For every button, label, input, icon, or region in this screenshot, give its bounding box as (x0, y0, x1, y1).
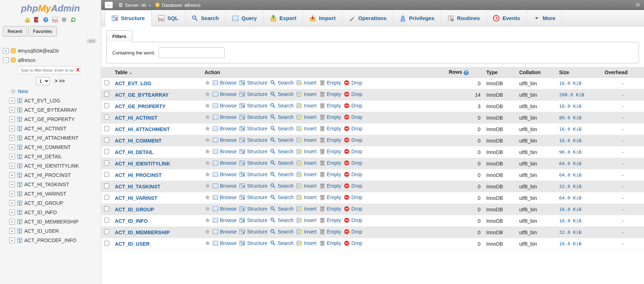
expand-toggle[interactable]: + (3, 48, 9, 54)
row-checkbox[interactable] (104, 195, 109, 200)
drop-action[interactable]: Drop (344, 194, 362, 200)
structure-action[interactable]: Structure (239, 172, 267, 177)
favorite-star-icon[interactable] (205, 80, 210, 86)
tab-operations[interactable]: Operations (342, 10, 393, 26)
containing-word-input[interactable] (158, 47, 225, 58)
row-checkbox[interactable] (104, 229, 109, 234)
row-checkbox[interactable] (104, 138, 109, 143)
expand-toggle[interactable]: + (9, 182, 15, 187)
insert-action[interactable]: Insert (297, 137, 317, 143)
browse-action[interactable]: Browse (213, 126, 237, 131)
row-checkbox[interactable] (104, 183, 109, 188)
col-type[interactable]: Type (483, 67, 516, 78)
tab-search[interactable]: Search (185, 10, 226, 26)
row-checkbox[interactable] (104, 115, 109, 120)
browse-action[interactable]: Browse (213, 160, 237, 166)
favorite-star-icon[interactable] (205, 194, 210, 200)
insert-action[interactable]: Insert (297, 217, 317, 223)
empty-action[interactable]: Empty (319, 160, 341, 166)
browse-action[interactable]: Browse (213, 172, 237, 177)
tree-page-select[interactable]: 1 (36, 77, 50, 85)
table-node[interactable]: ACT_HI_ATTACHMENT (24, 135, 78, 141)
search-action[interactable]: Search (270, 160, 293, 166)
table-node[interactable]: ACT_HI_DETAIL (24, 154, 62, 159)
clear-filter-icon[interactable]: X (76, 67, 79, 73)
favorite-star-icon[interactable] (205, 126, 210, 131)
favorite-star-icon[interactable] (205, 160, 210, 166)
table-node[interactable]: ACT_HI_COMMENT (24, 144, 71, 150)
favorite-star-icon[interactable] (205, 172, 210, 177)
table-name-link[interactable]: ACT_HI_IDENTITYLINK (115, 161, 170, 167)
row-checkbox[interactable] (104, 149, 109, 154)
db-node[interactable]: #mysql50#@eaDir (18, 48, 59, 54)
row-checkbox[interactable] (104, 172, 109, 177)
table-name-link[interactable]: ACT_HI_DETAIL (115, 149, 153, 155)
search-action[interactable]: Search (270, 206, 293, 212)
expand-toggle[interactable]: + (9, 154, 15, 159)
insert-action[interactable]: Insert (297, 80, 317, 86)
search-action[interactable]: Search (270, 229, 293, 235)
settings-icon[interactable] (61, 17, 67, 23)
home-icon[interactable] (24, 17, 31, 23)
favorite-star-icon[interactable] (205, 137, 210, 143)
empty-action[interactable]: Empty (319, 194, 341, 200)
col-collation[interactable]: Collation (516, 67, 556, 78)
expand-toggle[interactable]: + (9, 210, 15, 215)
favorite-star-icon[interactable] (205, 183, 210, 189)
browse-action[interactable]: Browse (213, 80, 237, 86)
browse-action[interactable]: Browse (213, 240, 237, 246)
table-name-link[interactable]: ACT_HI_PROCINST (115, 172, 162, 178)
tab-events[interactable]: Events (487, 10, 527, 26)
row-checkbox[interactable] (104, 80, 109, 85)
browse-action[interactable]: Browse (213, 149, 237, 154)
expand-toggle[interactable]: + (9, 219, 15, 225)
favorite-star-icon[interactable] (205, 114, 210, 120)
insert-action[interactable]: Insert (297, 240, 317, 246)
back-button[interactable]: ← (105, 2, 113, 8)
structure-action[interactable]: Structure (239, 137, 267, 143)
favorite-star-icon[interactable] (205, 229, 210, 235)
drop-action[interactable]: Drop (344, 217, 362, 223)
docs-icon[interactable] (43, 17, 49, 23)
row-checkbox[interactable] (104, 160, 109, 165)
collapse-nav-icon[interactable]: ⊂⊃ (87, 39, 97, 43)
help-icon[interactable]: ? (464, 70, 469, 75)
empty-action[interactable]: Empty (319, 183, 341, 189)
table-node[interactable]: ACT_ID_GROUP (24, 200, 63, 206)
empty-action[interactable]: Empty (319, 91, 341, 97)
table-name-link[interactable]: ACT_HI_ACTINST (115, 115, 157, 121)
empty-action[interactable]: Empty (319, 114, 341, 120)
tab-more[interactable]: More (527, 10, 562, 26)
drop-action[interactable]: Drop (344, 91, 362, 97)
favorite-star-icon[interactable] (205, 206, 210, 212)
expand-toggle[interactable]: + (9, 172, 15, 178)
new-table-link[interactable]: New (18, 88, 28, 94)
table-name-link[interactable]: ACT_HI_ATTACHMENT (115, 126, 170, 132)
drop-action[interactable]: Drop (344, 229, 362, 235)
insert-action[interactable]: Insert (297, 126, 317, 131)
search-action[interactable]: Search (270, 103, 293, 109)
tab-privileges[interactable]: Privileges (393, 10, 441, 26)
tab-export[interactable]: Export (264, 10, 303, 26)
search-action[interactable]: Search (270, 149, 293, 154)
search-action[interactable]: Search (270, 137, 293, 143)
tab-sql[interactable]: SQL (152, 10, 185, 26)
table-name-link[interactable]: ACT_GE_BYTEARRAY (115, 92, 169, 98)
search-action[interactable]: Search (270, 114, 293, 120)
empty-action[interactable]: Empty (319, 149, 341, 154)
structure-action[interactable]: Structure (239, 149, 267, 154)
search-action[interactable]: Search (270, 80, 293, 86)
row-checkbox[interactable] (104, 92, 109, 97)
tab-import[interactable]: Import (303, 10, 342, 26)
table-node[interactable]: ACT_HI_PROCINST (24, 172, 71, 178)
drop-action[interactable]: Drop (344, 149, 362, 154)
col-overhead[interactable]: Overhead (602, 67, 644, 78)
insert-action[interactable]: Insert (297, 149, 317, 154)
expand-toggle[interactable]: + (9, 237, 15, 243)
col-size[interactable]: Size (556, 67, 602, 78)
search-action[interactable]: Search (270, 183, 293, 189)
expand-toggle[interactable]: + (9, 228, 15, 234)
favorite-star-icon[interactable] (205, 103, 210, 109)
structure-action[interactable]: Structure (239, 206, 267, 212)
expand-toggle[interactable]: + (9, 191, 15, 197)
